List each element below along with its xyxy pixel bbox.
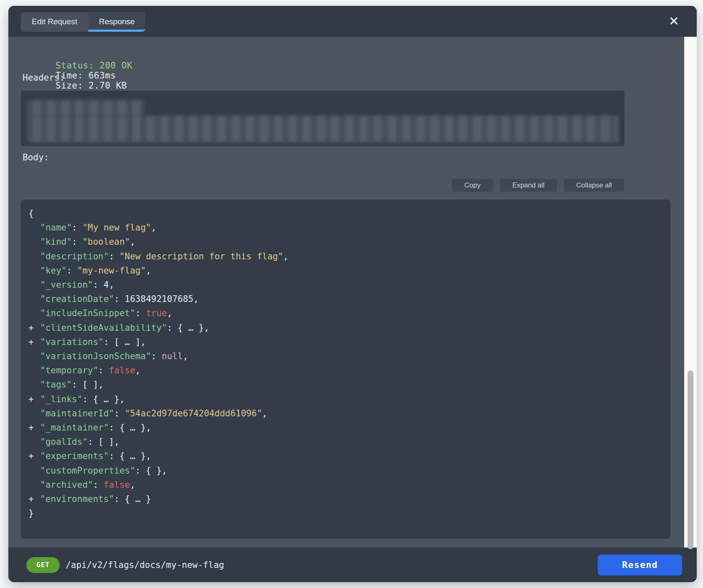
json-token-p: ,: [146, 266, 151, 276]
body-label: Body:: [23, 152, 49, 162]
json-token-p: : { … },: [109, 423, 151, 433]
request-url: /api/v2/flags/docs/my-new-flag: [66, 560, 224, 570]
tab-response[interactable]: Response: [88, 12, 146, 32]
json-token-p: :: [135, 308, 146, 318]
json-line: "tags": [ ],: [28, 378, 670, 392]
json-token-k: "key": [40, 266, 66, 276]
json-token-k: "maintainerId": [40, 408, 114, 418]
json-token-b: false: [104, 480, 130, 490]
json-token-n: 1638492107685: [125, 294, 193, 304]
json-line: "variationJsonSchema": null,: [28, 349, 670, 363]
json-line: "kind": "boolean",: [28, 235, 670, 249]
json-token-p: :: [109, 251, 119, 261]
json-line: +"_links": { … },: [28, 392, 670, 406]
json-token-p: :: [98, 365, 109, 375]
json-token-p: : { … },: [109, 451, 151, 461]
json-token-p: ,: [183, 351, 188, 361]
json-line: "includeInSnippet": true,: [28, 306, 670, 320]
json-gutter: }: [28, 506, 40, 520]
json-line: "customProperties": { },: [28, 464, 670, 478]
json-line: "creationDate": 1638492107685,: [28, 292, 670, 306]
json-line: +"variations": [ … ],: [28, 335, 670, 349]
json-token-k: "description": [40, 251, 109, 261]
scrollbar-thumb[interactable]: [688, 370, 693, 549]
json-token-p: :: [72, 237, 82, 247]
json-token-p: :: [114, 294, 125, 304]
json-line: +"clientSideAvailability": { … },: [28, 321, 670, 335]
expand-toggle-icon[interactable]: +: [28, 449, 40, 463]
json-token-p: : { … },: [82, 394, 125, 404]
json-token-p: : [ … ],: [104, 337, 146, 347]
json-token-k: "variationJsonSchema": [40, 351, 151, 361]
json-token-p: ,: [151, 223, 157, 233]
json-line: "_version": 4,: [28, 278, 670, 292]
json-token-p: ,: [194, 294, 199, 304]
tab-bar: Edit Request Response: [21, 12, 145, 32]
json-token-p: : { … }: [114, 494, 151, 504]
json-token-k: "kind": [40, 237, 72, 247]
json-token-p: ,: [109, 280, 114, 290]
json-line: "temporary": false,: [28, 363, 670, 378]
json-line: }: [28, 506, 670, 520]
json-token-p: ,: [135, 365, 141, 375]
json-token-n: 4: [104, 280, 109, 290]
json-token-k: "clientSideAvailability": [40, 323, 167, 333]
expand-toggle-icon[interactable]: +: [28, 421, 40, 435]
status-value: Status: 200 OK: [56, 61, 132, 71]
json-token-s: "New description for this flag": [120, 251, 283, 261]
json-token-p: : [ ],: [88, 437, 120, 447]
expand-toggle-icon[interactable]: +: [28, 335, 40, 349]
copy-button[interactable]: Copy: [452, 179, 493, 192]
json-token-p: ,: [167, 308, 172, 318]
json-line: "archived": false,: [28, 478, 670, 492]
json-token-p: ,: [283, 251, 289, 261]
resend-button[interactable]: Resend: [598, 555, 682, 575]
json-token-p: : [ ],: [72, 380, 104, 390]
json-token-p: : { … },: [167, 323, 209, 333]
json-token-k: "archived": [40, 480, 93, 490]
json-token-k: "includeInSnippet": [40, 308, 135, 318]
json-token-k: "_maintainer": [40, 423, 109, 433]
size-value: Size: 2.70 KB: [56, 81, 127, 91]
json-token-k: "variations": [40, 337, 104, 347]
redacted-header-text: [27, 100, 144, 117]
expand-all-button[interactable]: Expand all: [500, 179, 557, 192]
json-token-k: "experiments": [40, 451, 109, 461]
headers-label: Headers:: [23, 73, 65, 83]
headers-box: [21, 91, 624, 146]
json-line: "name": "My new flag",: [28, 220, 670, 235]
expand-toggle-icon[interactable]: +: [28, 392, 40, 406]
json-token-s: "My new flag": [82, 223, 151, 233]
json-token-u: null: [162, 351, 183, 361]
json-line: {: [28, 206, 670, 220]
method-badge: GET: [26, 557, 60, 573]
json-token-k: "name": [40, 223, 72, 233]
json-token-p: :: [72, 223, 82, 233]
json-response-viewer: {"name": "My new flag","kind": "boolean"…: [21, 200, 670, 539]
request-summary: GET /api/v2/flags/docs/my-new-flag: [26, 557, 224, 573]
json-line: "description": "New description for this…: [28, 249, 670, 264]
json-line: +"experiments": { … },: [28, 449, 670, 463]
response-panel: Status: 200 OK Time: 663ms Size: 2.70 KB…: [8, 37, 697, 547]
collapse-all-button[interactable]: Collapse all: [564, 179, 624, 192]
json-token-b: false: [109, 365, 135, 375]
expand-toggle-icon[interactable]: +: [28, 492, 40, 506]
json-token-p: :: [66, 266, 77, 276]
json-gutter: {: [28, 206, 40, 220]
expand-toggle-icon[interactable]: +: [28, 321, 40, 335]
close-icon[interactable]: ✕: [665, 13, 683, 29]
json-token-s: "54ac2d97de674204ddd61096": [125, 408, 262, 418]
json-token-k: "creationDate": [40, 294, 114, 304]
json-line: "goalIds": [ ],: [28, 435, 670, 449]
json-token-b: true: [146, 308, 167, 318]
json-token-k: "tags": [40, 380, 72, 390]
json-line: +"_maintainer": { … },: [28, 421, 670, 435]
body-toolbar: Copy Expand all Collapse all: [21, 179, 624, 192]
tab-edit-request[interactable]: Edit Request: [21, 12, 88, 32]
scrollbar-track[interactable]: [684, 37, 697, 547]
json-token-p: ,: [130, 237, 135, 247]
json-token-p: ,: [130, 480, 135, 490]
redacted-header-text: [27, 116, 619, 142]
json-token-p: :: [114, 408, 125, 418]
json-token-k: "temporary": [40, 365, 98, 375]
